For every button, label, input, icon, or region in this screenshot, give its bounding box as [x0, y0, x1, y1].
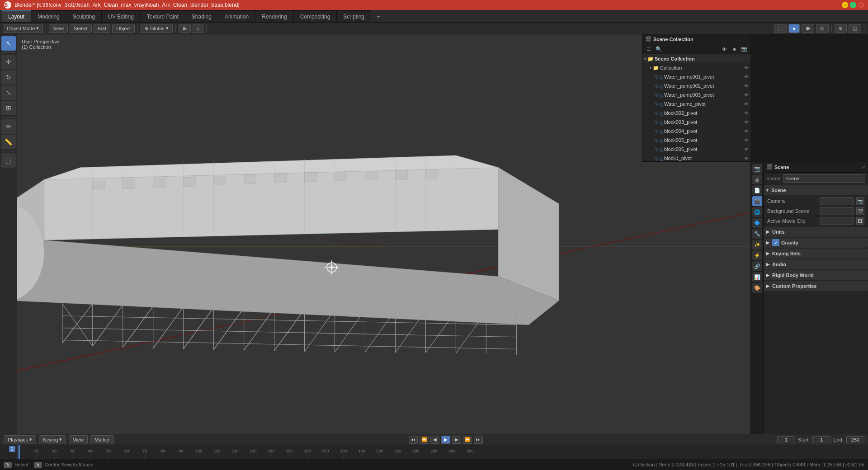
timeline-view-menu[interactable]: View	[69, 435, 88, 444]
outliner-restrict-col3[interactable]: 📷	[740, 45, 749, 53]
move-tool[interactable]: ✛	[1, 55, 16, 69]
outliner-item-block1[interactable]: ▽ △ block1_pivot 👁	[642, 154, 750, 161]
viewport-shading-render[interactable]: ◎	[816, 24, 829, 33]
scene-section-header[interactable]: ▾ Scene	[764, 185, 868, 195]
add-menu[interactable]: Add	[94, 24, 111, 33]
outliner-item-water-pump[interactable]: ▽ △ Water_pump_pivot 👁	[642, 99, 750, 108]
visibility-icon11[interactable]: 👁	[744, 156, 749, 161]
select-tool[interactable]: ↖	[1, 36, 16, 51]
end-frame-input[interactable]: 250	[846, 436, 864, 443]
units-section-header[interactable]: ▶ Units	[764, 227, 868, 237]
scene-name-input[interactable]: Scene	[783, 174, 865, 183]
current-frame-display[interactable]: 1	[777, 436, 795, 443]
bg-scene-picker-btn[interactable]: 🎬	[856, 207, 864, 215]
physics-props-tab[interactable]: ⚡	[752, 250, 762, 260]
snap-button[interactable]: ⊞	[179, 24, 191, 33]
timeline-ruler[interactable]: 10 20 30 40 50 60 70 80 90 100 110 120 1…	[0, 445, 868, 460]
tab-shading[interactable]: Shading	[185, 10, 218, 22]
output-props-tab[interactable]: 🖨	[752, 174, 762, 184]
minimize-button[interactable]: ─	[842, 2, 848, 8]
camera-picker-btn[interactable]: 📷	[856, 197, 864, 205]
visibility-icon3[interactable]: 👁	[744, 84, 749, 89]
outliner-item-block002[interactable]: ▽ △ block002_pivot 👁	[642, 108, 750, 118]
xray-button[interactable]: ◫	[849, 24, 861, 33]
add-workspace-button[interactable]: ＋	[371, 11, 386, 22]
start-frame-input[interactable]: 1	[812, 436, 830, 443]
render-props-tab[interactable]: 📷	[752, 164, 762, 174]
visibility-icon5[interactable]: 👁	[744, 102, 749, 107]
jump-end-button[interactable]: ⏭	[474, 436, 483, 444]
custom-properties-section-header[interactable]: ▶ Custom Properties	[764, 281, 868, 291]
visibility-icon[interactable]: 👁	[744, 66, 749, 70]
visibility-icon8[interactable]: 👁	[744, 129, 749, 134]
outliner-restrict-col1[interactable]: 👁	[720, 45, 729, 53]
3d-viewport[interactable]: User Perspective (1) Collection X Y Z 🔍 …	[17, 34, 750, 434]
tab-layout[interactable]: Layout	[2, 10, 31, 22]
outliner-item-block004[interactable]: ▽ △ block004_pivot 👁	[642, 127, 750, 136]
audio-section-header[interactable]: ▶ Audio	[764, 259, 868, 269]
visibility-icon6[interactable]: 👁	[744, 111, 749, 116]
tab-sculpting[interactable]: Sculpting	[66, 10, 102, 22]
bg-scene-value-field[interactable]	[820, 207, 854, 215]
prev-keyframe-button[interactable]: ⏪	[420, 436, 429, 444]
outliner-item-water-pump003[interactable]: ▽ △ Water_pump003_pivot 👁	[642, 90, 750, 99]
next-keyframe-button[interactable]: ⏩	[463, 436, 472, 444]
object-mode-dropdown[interactable]: Object Mode ▾	[3, 24, 43, 33]
movie-clip-value-field[interactable]	[820, 217, 854, 225]
visibility-icon4[interactable]: 👁	[744, 93, 749, 98]
tab-rendering[interactable]: Rendering	[255, 10, 293, 22]
gravity-section-header[interactable]: ▶ ✓ Gravity	[764, 238, 868, 248]
overlay-button[interactable]: ⊗	[835, 24, 847, 33]
outliner-restrict-col2[interactable]: 🖱	[730, 45, 739, 53]
marker-menu[interactable]: Marker	[90, 435, 114, 444]
step-back-button[interactable]: ◀	[430, 436, 439, 444]
maximize-button[interactable]: □	[850, 2, 856, 8]
outliner-item-water-pump001[interactable]: ▽ △ Water_pump001_pivot 👁	[642, 72, 750, 81]
proportional-edit[interactable]: ○	[193, 24, 204, 33]
outliner-item-scene-collection[interactable]: ▾ 📁 Scene Collection	[642, 54, 750, 63]
jump-start-button[interactable]: ⏮	[409, 436, 418, 444]
world-props-tab[interactable]: 🌐	[752, 207, 762, 217]
tab-scripting[interactable]: Scripting	[337, 10, 371, 22]
outliner-item-block003[interactable]: ▽ △ block003_pivot 👁	[642, 118, 750, 127]
tab-compositing[interactable]: Compositing	[294, 10, 337, 22]
outliner-item-water-pump002[interactable]: ▽ △ Water_pump002_pivot 👁	[642, 81, 750, 90]
outliner-search-icon[interactable]: 🔍	[654, 45, 663, 53]
play-button[interactable]: ▶	[441, 436, 450, 444]
visibility-icon10[interactable]: 👁	[744, 147, 749, 152]
modifier-props-tab[interactable]: 🔧	[752, 229, 762, 239]
measure-tool[interactable]: 📏	[1, 135, 16, 149]
keying-sets-section-header[interactable]: ▶ Keying Sets	[764, 249, 868, 258]
material-props-tab[interactable]: 🎨	[752, 283, 762, 293]
transform-orientation[interactable]: ⊕ Global ▾	[141, 24, 173, 33]
visibility-icon7[interactable]: 👁	[744, 120, 749, 125]
view-menu[interactable]: View	[49, 24, 68, 33]
object-props-tab[interactable]: 🔷	[752, 218, 762, 228]
particles-props-tab[interactable]: ✨	[752, 240, 762, 249]
tab-modeling[interactable]: Modeling	[31, 10, 66, 22]
annotate-tool[interactable]: ✏	[1, 119, 16, 134]
scale-tool[interactable]: ⤡	[1, 85, 16, 100]
rotate-tool[interactable]: ↻	[1, 70, 16, 85]
movie-clip-picker-btn[interactable]: 🎞	[856, 217, 864, 225]
gravity-checkbox[interactable]: ✓	[772, 239, 779, 246]
viewport-shading-material[interactable]: ◉	[802, 24, 814, 33]
outliner-item-block005[interactable]: ▽ △ block005_pivot 👁	[642, 136, 750, 145]
camera-value-field[interactable]	[820, 197, 854, 205]
constraints-props-tab[interactable]: 🔗	[752, 261, 762, 271]
select-menu[interactable]: Select	[70, 24, 92, 33]
tab-uv-editing[interactable]: UV Editing	[102, 10, 141, 22]
data-props-tab[interactable]: 📊	[752, 272, 762, 282]
add-cube-tool[interactable]: ⬚	[1, 153, 16, 168]
outliner-item-collection[interactable]: ▾ 📁 Collection 👁	[642, 63, 750, 72]
expand-all-icon[interactable]: ⤢	[862, 164, 865, 169]
step-forward-button[interactable]: ▶	[452, 436, 461, 444]
outliner-filter-icon[interactable]: ☰	[644, 45, 653, 53]
rigid-body-world-section-header[interactable]: ▶ Rigid Body World	[764, 270, 868, 280]
object-menu[interactable]: Object	[112, 24, 135, 33]
playback-menu[interactable]: Playback ▾	[4, 435, 36, 444]
visibility-icon9[interactable]: 👁	[744, 138, 749, 143]
tab-animation[interactable]: Animation	[218, 10, 255, 22]
visibility-icon2[interactable]: 👁	[744, 75, 749, 80]
transform-tool[interactable]: ⊞	[1, 101, 16, 115]
